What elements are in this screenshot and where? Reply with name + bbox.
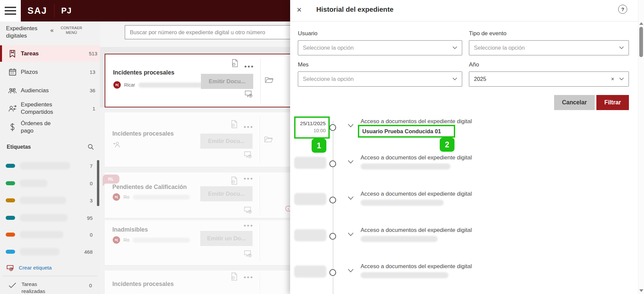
redacted-date bbox=[294, 157, 326, 169]
etiqueta-row[interactable]: 0 bbox=[0, 229, 100, 240]
annotation-box-2: Usuario Prueba Conducida 01 bbox=[358, 125, 455, 138]
annotation-badge-2: 2 bbox=[440, 138, 454, 152]
label-count: 468 bbox=[84, 249, 93, 255]
dollar-icon bbox=[8, 123, 17, 132]
label-count: 3 bbox=[90, 198, 93, 203]
timeline-node bbox=[329, 233, 336, 240]
usuario-label: Usuario bbox=[298, 30, 318, 37]
chevron-down-icon bbox=[452, 46, 457, 49]
panel-header: ✕ Historial del expediente ? bbox=[290, 0, 644, 21]
sidebar-item-audiencias[interactable]: Audiencias 36 bbox=[0, 82, 100, 99]
chevron-down-icon[interactable] bbox=[348, 233, 354, 236]
chevron-down-icon[interactable] bbox=[348, 124, 354, 128]
shared-person-icon bbox=[8, 104, 17, 113]
app-logo: SAJ PJ bbox=[28, 0, 72, 21]
sidebar: Expedientes digitales « CONTRAER MENÚ Ta… bbox=[0, 21, 100, 294]
tag-add-icon bbox=[7, 264, 15, 271]
redacted-name bbox=[139, 83, 206, 88]
chevron-down-icon[interactable] bbox=[348, 196, 354, 200]
mes-label: Mes bbox=[298, 61, 309, 68]
chevron-down-icon bbox=[452, 78, 457, 81]
etiqueta-row[interactable]: 7 bbox=[0, 160, 100, 172]
redacted-label-name bbox=[20, 180, 47, 187]
label-color-pill bbox=[6, 164, 15, 168]
avatar: R( bbox=[113, 81, 121, 89]
timeline-node bbox=[329, 269, 336, 276]
anio-select[interactable]: 2025 ✕ bbox=[469, 71, 629, 87]
etiqueta-row[interactable]: 0 bbox=[0, 178, 100, 189]
more-options-icon[interactable]: ●●● bbox=[244, 64, 254, 69]
create-label-button[interactable]: Crear etiqueta bbox=[7, 264, 52, 271]
clear-icon[interactable]: ✕ bbox=[611, 77, 614, 82]
scroll-down-icon[interactable] bbox=[639, 289, 643, 292]
label-color-pill bbox=[6, 181, 15, 185]
sidebar-item-tareas[interactable]: Tareas 513 bbox=[0, 45, 102, 62]
timeline-entry: Acceso a documentos del expediente digit… bbox=[290, 189, 644, 225]
redacted-user bbox=[361, 163, 450, 169]
chevron-down-icon[interactable] bbox=[348, 269, 354, 273]
usuario-select[interactable]: Seleccione la opción bbox=[298, 40, 462, 55]
sidebar-item-expedientes-compartidos[interactable]: Expedientes Compartidos 1 bbox=[0, 99, 100, 118]
panel-scrollbar[interactable] bbox=[638, 0, 644, 294]
done-count: 0 bbox=[89, 283, 92, 288]
timeline-entry: Acceso a documentos del expediente digit… bbox=[290, 153, 644, 189]
chevron-down-icon bbox=[619, 78, 624, 81]
close-icon[interactable]: ✕ bbox=[294, 5, 304, 15]
sidebar-scrollbar-thumb[interactable] bbox=[97, 160, 99, 206]
event-time: 10:00 bbox=[296, 127, 326, 134]
label-color-pill bbox=[6, 216, 15, 220]
redacted-user bbox=[361, 236, 438, 242]
redacted-label-name bbox=[20, 197, 66, 204]
redacted-label-name bbox=[20, 248, 59, 255]
open-folder-icon[interactable] bbox=[265, 77, 274, 83]
search-input[interactable] bbox=[125, 25, 299, 39]
timeline-node bbox=[329, 124, 336, 131]
filter-button[interactable]: Filtrar bbox=[596, 95, 629, 110]
note-add-icon[interactable] bbox=[245, 91, 253, 98]
search-icon[interactable] bbox=[88, 144, 94, 150]
label-color-pill bbox=[6, 198, 15, 202]
redacted-user bbox=[361, 272, 448, 278]
task-card[interactable]: Incidentes procesales R( Ricar Emitir Do… bbox=[105, 54, 294, 107]
sidebar-divider bbox=[3, 276, 97, 276]
redacted-label-name bbox=[20, 162, 70, 169]
etiquetas-header: Etiquetas bbox=[7, 144, 94, 150]
chevron-down-icon[interactable] bbox=[348, 160, 354, 164]
scrollbar-thumb[interactable] bbox=[639, 27, 643, 57]
card-title: Incidentes procesales bbox=[113, 69, 174, 76]
hamburger-icon bbox=[5, 7, 16, 8]
etiqueta-row[interactable]: 95 bbox=[0, 212, 100, 224]
emit-document-button[interactable]: Emitir Docu... bbox=[201, 74, 253, 89]
timeline-node bbox=[329, 197, 336, 203]
app-window: SAJ PJ Expedientes digitales « CONTRAER … bbox=[0, 0, 644, 294]
audiencias-count: 36 bbox=[90, 88, 95, 93]
help-icon[interactable]: ? bbox=[618, 5, 627, 14]
tipo-evento-label: Tipo de evento bbox=[469, 30, 506, 37]
timeline-entry: Acceso a documentos del expediente digit… bbox=[290, 261, 644, 294]
hamburger-menu-button[interactable] bbox=[0, 0, 21, 21]
scroll-up-icon[interactable] bbox=[639, 22, 643, 25]
event-title: Acceso a documentos del expediente digit… bbox=[361, 263, 472, 270]
sidebar-item-plazos[interactable]: Plazos 13 bbox=[0, 64, 100, 80]
check-icon bbox=[9, 283, 16, 288]
timeline-entry: Acceso a documentos del expediente digit… bbox=[290, 225, 644, 261]
tipo-evento-select[interactable]: Seleccione la opción bbox=[469, 40, 629, 55]
event-title: Acceso a documentos del expediente digit… bbox=[361, 118, 472, 125]
card-assignee: R( Ricar bbox=[113, 81, 206, 89]
sidebar-item-tareas-realizadas[interactable]: Tareas realizadas 0 bbox=[0, 278, 100, 294]
label-count: 7 bbox=[90, 163, 93, 169]
sidebar-item-ordenes-de-pago[interactable]: Órdenes de pago bbox=[0, 118, 100, 137]
logo-pj: PJ bbox=[61, 6, 72, 15]
cancel-button[interactable]: Cancelar bbox=[554, 95, 595, 110]
logo-divider bbox=[54, 4, 55, 18]
etiqueta-row[interactable]: 468 bbox=[0, 246, 100, 257]
panel-title: Historial del expediente bbox=[316, 5, 393, 13]
compartidos-count: 1 bbox=[93, 106, 95, 111]
collapse-menu-button[interactable]: « CONTRAER MENÚ bbox=[50, 26, 97, 35]
redacted-user bbox=[361, 200, 444, 206]
document-alert-icon[interactable] bbox=[231, 59, 238, 67]
mes-select[interactable]: Seleccione la opción bbox=[298, 71, 462, 87]
event-date: 25/11/2025 bbox=[296, 120, 326, 127]
timeline-node bbox=[329, 160, 336, 167]
etiqueta-row[interactable]: 3 bbox=[0, 195, 100, 206]
